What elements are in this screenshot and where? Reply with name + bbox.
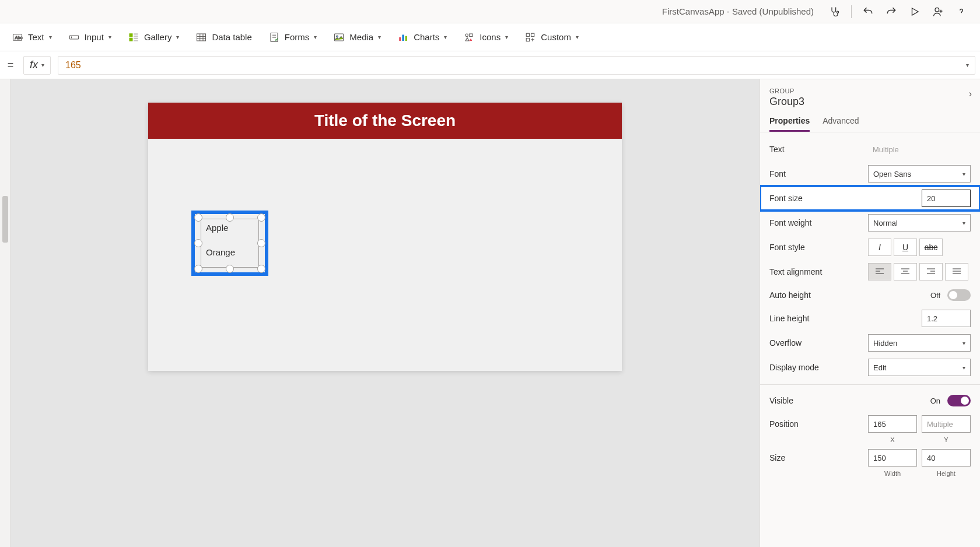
prop-visible-label: Visible: [769, 396, 863, 405]
align-justify-button[interactable]: [945, 263, 968, 280]
left-rail[interactable]: [0, 79, 10, 547]
prop-display-mode-select[interactable]: Edit ▾: [868, 359, 971, 376]
chevron-right-icon[interactable]: ›: [969, 89, 972, 99]
chevron-down-icon: ▾: [41, 62, 44, 68]
prop-size: Size 150 40: [760, 446, 980, 470]
ribbon-toolbar: Abc Text ▾ Input ▾ Gallery ▾ Data table …: [0, 23, 980, 51]
custom-icon: [524, 31, 536, 43]
pos-x-label: X: [868, 436, 917, 443]
chevron-down-icon: ▾: [444, 34, 447, 40]
ribbon-custom[interactable]: Custom ▾: [524, 31, 579, 43]
stethoscope-icon[interactable]: [825, 2, 844, 21]
svg-rect-9: [134, 36, 138, 37]
size-w-input[interactable]: 150: [868, 449, 917, 467]
chevron-down-icon[interactable]: ▾: [966, 62, 969, 68]
prop-auto-height-label: Auto height: [769, 290, 863, 300]
label-orange: Orange: [206, 247, 235, 257]
prop-text-value[interactable]: Multiple: [868, 141, 971, 158]
undo-icon[interactable]: [859, 2, 877, 21]
size-w-label: Width: [868, 470, 917, 477]
ribbon-datatable[interactable]: Data table: [195, 31, 251, 43]
align-center-button[interactable]: [894, 263, 917, 280]
rail-handle[interactable]: [2, 196, 8, 243]
resize-handle[interactable]: [257, 213, 265, 222]
main-area: Title of the Screen Apple Orange G: [0, 79, 980, 547]
ribbon-icons-label: Icons: [480, 32, 501, 42]
resize-handle[interactable]: [226, 213, 234, 222]
prop-overflow-select[interactable]: Hidden ▾: [868, 334, 971, 352]
prop-text-label: Text: [769, 145, 863, 154]
prop-auto-height: Auto height Off: [760, 284, 980, 306]
icons-icon: [463, 31, 475, 43]
play-icon[interactable]: [905, 2, 924, 21]
ribbon-charts-label: Charts: [414, 32, 439, 42]
align-right-button[interactable]: [919, 263, 943, 280]
underline-button[interactable]: U: [894, 239, 917, 256]
ribbon-media[interactable]: Media ▾: [333, 31, 381, 43]
resize-handle[interactable]: [194, 213, 202, 222]
prop-font-weight-select[interactable]: Normal ▾: [868, 214, 971, 232]
divider: [760, 384, 980, 385]
redo-icon[interactable]: [882, 2, 901, 21]
ribbon-gallery[interactable]: Gallery ▾: [128, 31, 180, 43]
prop-line-height-input[interactable]: 1.2: [922, 310, 971, 327]
italic-button[interactable]: I: [868, 239, 891, 256]
fx-dropdown[interactable]: fx ▾: [23, 56, 51, 75]
formula-input[interactable]: 165 ▾: [58, 56, 975, 75]
svg-point-26: [466, 34, 468, 37]
prop-visible: Visible On: [760, 390, 980, 412]
canvas-area[interactable]: Title of the Screen Apple Orange: [10, 79, 760, 547]
help-icon[interactable]: [952, 2, 971, 21]
prop-font-select[interactable]: Open Sans ▾: [868, 165, 971, 183]
resize-handle[interactable]: [257, 239, 265, 247]
forms-icon: [268, 31, 280, 43]
auto-height-toggle[interactable]: [947, 289, 971, 301]
share-person-icon[interactable]: [929, 2, 947, 21]
align-left-button[interactable]: [868, 263, 891, 280]
prop-font-size-input[interactable]: 20: [922, 190, 971, 207]
svg-rect-30: [526, 38, 529, 41]
chevron-down-icon: ▾: [505, 34, 508, 40]
position-sublabels: X Y: [760, 436, 980, 446]
fx-label: fx: [30, 59, 38, 71]
svg-rect-7: [129, 33, 132, 37]
ribbon-icons[interactable]: Icons ▾: [463, 31, 508, 43]
prop-font-weight-label: Font weight: [769, 218, 863, 227]
position-x-input[interactable]: 165: [868, 415, 917, 433]
canvas-screen[interactable]: Title of the Screen Apple Orange: [148, 103, 622, 371]
prop-font-weight-value: Normal: [873, 219, 898, 227]
resize-handle[interactable]: [194, 239, 202, 247]
label-apple: Apple: [206, 223, 228, 233]
tab-properties[interactable]: Properties: [769, 116, 810, 132]
ribbon-text[interactable]: Abc Text ▾: [12, 31, 52, 43]
tab-advanced[interactable]: Advanced: [822, 116, 859, 132]
resize-handle[interactable]: [257, 265, 265, 273]
prop-line-height: Line height 1.2: [760, 306, 980, 331]
object-type-label: GROUP: [769, 87, 971, 94]
chevron-down-icon: ▾: [378, 34, 381, 40]
ribbon-gallery-label: Gallery: [144, 32, 172, 42]
chevron-down-icon: ▾: [963, 171, 965, 177]
ribbon-charts[interactable]: Charts ▾: [397, 31, 447, 43]
charts-icon: [397, 31, 409, 43]
size-sublabels: Width Height: [760, 470, 980, 479]
properties-panel: GROUP Group3 › Properties Advanced Text …: [760, 79, 980, 547]
chevron-down-icon: ▾: [963, 364, 965, 371]
resize-handle[interactable]: [226, 265, 234, 273]
prop-overflow-value: Hidden: [873, 339, 897, 348]
size-h-input[interactable]: 40: [922, 449, 971, 467]
svg-rect-29: [531, 33, 534, 36]
selection-box[interactable]: Apple Orange: [191, 211, 268, 276]
chevron-down-icon: ▾: [49, 34, 52, 40]
strikethrough-button[interactable]: abc: [919, 239, 943, 256]
prop-position-label: Position: [769, 419, 863, 429]
ribbon-forms[interactable]: Forms ▾: [268, 31, 317, 43]
svg-point-0: [836, 11, 838, 13]
input-icon: [68, 31, 80, 43]
position-y-input[interactable]: Multiple: [922, 415, 971, 433]
ribbon-input[interactable]: Input ▾: [68, 31, 111, 43]
resize-handle[interactable]: [194, 265, 202, 273]
visible-toggle[interactable]: [947, 395, 971, 406]
svg-rect-23: [399, 37, 401, 41]
prop-font-label: Font: [769, 169, 863, 178]
